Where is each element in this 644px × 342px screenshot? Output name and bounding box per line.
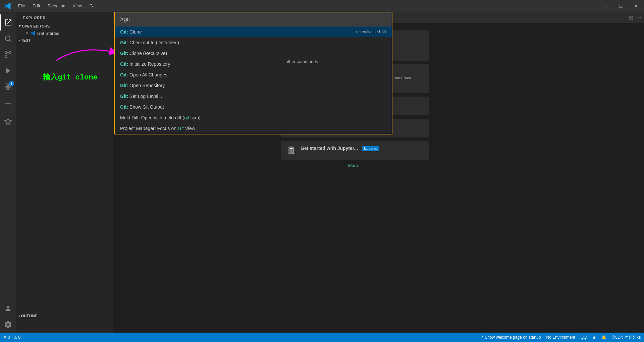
sidebar-item-gitlens[interactable] [0,114,16,130]
git-prefix-output: Git: [120,104,128,110]
close-file-icon[interactable]: ✕ [25,31,29,36]
open-file-item[interactable]: ✕ Get Started [16,30,113,37]
statusbar-errors[interactable]: ✕ 0 ⚠ 0 [3,335,20,340]
command-item-git-clone-recursive[interactable]: Git: Clone (Recursive) [115,48,392,59]
command-item-git-open-all[interactable]: Git: Open All Changes [115,69,392,80]
statusbar-right: ✓ Show welcome page on startup No Enviro… [480,335,641,340]
command-item-project-manager[interactable]: Project Manager: Focus on Git View [115,123,392,134]
sidebar-item-explorer[interactable] [0,14,16,31]
command-item-git-init[interactable]: Git: Initialize Repository [115,59,392,69]
open-editors-arrow: ▾ [19,24,21,28]
open-file-name: Get Started [37,31,59,36]
command-text-output: Show Git Output [129,104,386,110]
statusbar-qq[interactable]: QQ [581,335,587,340]
svg-rect-10 [5,87,8,90]
recently-used-badge: recently used [356,30,380,34]
error-count: 0 [8,335,10,340]
svg-point-3 [9,52,11,54]
sidebar-item-remote[interactable] [0,98,16,114]
command-item-git-open-repo[interactable]: Git: Open Repository [115,80,392,91]
titlebar-controls: ─ □ ✕ [598,0,644,12]
jupyter-icon: 📓 [286,146,296,155]
command-text-meld: Meld Diff: Open with meld diff (git scm) [120,115,386,120]
titlebar: File Edit Selection View G... ─ □ ✕ [0,0,644,12]
svg-point-2 [5,52,7,54]
more-actions-icon[interactable]: ⋯ [636,14,641,21]
statusbar-remote[interactable]: 🖥 [592,335,596,340]
titlebar-menu: File Edit Selection View G... [15,2,100,10]
minimize-button[interactable]: ─ [598,0,613,12]
sidebar-item-account[interactable] [0,300,16,317]
svg-point-17 [7,306,9,308]
git-prefix-open-repo: Git: [120,83,128,88]
svg-point-0 [5,36,10,41]
annotation-text: 输入git clone [43,72,98,82]
svg-rect-8 [5,84,8,87]
statusbar-no-environment[interactable]: No Environment [546,335,575,340]
command-item-git-output[interactable]: Git: Show Git Output [115,102,392,112]
close-button[interactable]: ✕ [629,0,644,12]
svg-marker-16 [5,118,11,125]
command-text-clone: Clone [129,29,356,35]
welcome-more-link[interactable]: More... [281,163,429,168]
svg-point-4 [5,56,7,58]
activity-bar: 1 [0,12,16,333]
error-icon: ✕ [3,335,7,340]
svg-rect-12 [5,103,11,108]
menu-selection[interactable]: Selection [44,2,68,10]
sidebar-item-settings[interactable] [0,317,16,333]
sidebar: EXPLORER ▾ OPEN EDITORS ✕ Get Started › … [16,12,113,333]
vscode-logo-icon [4,2,11,10]
statusbar-left: ✕ 0 ⚠ 0 [3,335,20,340]
command-item-git-checkout[interactable]: Git: Checkout to (Detached)... [115,37,392,48]
command-text-init: Initialize Repository [129,61,386,67]
jupyter-title: Get started with Jupyter... Updated [301,146,379,151]
svg-marker-7 [6,68,10,74]
test-arrow-icon: › [19,38,20,42]
sidebar-item-extensions[interactable]: 1 [0,79,16,95]
svg-line-1 [10,40,12,42]
card-jupyter[interactable]: 📓 Get started with Jupyter... Updated [281,141,429,160]
git-prefix-init: Git: [120,61,128,67]
menu-file[interactable]: File [15,2,29,10]
command-text-log: Set Log Level... [129,94,386,99]
sidebar-item-search[interactable] [0,31,16,47]
outline-arrow-icon: › [19,314,20,318]
command-text-open-all: Open All Changes [129,72,386,77]
open-editors-section[interactable]: ▾ OPEN EDITORS [16,22,113,30]
checkmark-icon: ✓ [480,335,484,340]
statusbar-notifications[interactable]: 🔔 [601,335,606,340]
menu-edit[interactable]: Edit [29,2,43,10]
warning-count: 0 [18,335,20,340]
menu-go[interactable]: G... [86,2,100,10]
split-editor-icon[interactable]: ⊟ [629,14,633,21]
menu-view[interactable]: View [69,2,86,10]
sidebar-title: EXPLORER [16,12,113,22]
command-item-git-log-level[interactable]: Git: Set Log Level... [115,91,392,102]
other-commands-text: other commands [285,59,318,64]
maximize-button[interactable]: □ [613,0,629,12]
command-text-clone-recursive: Clone (Recursive) [129,51,386,56]
statusbar-copyright: ©SDN @姐姐xz [612,335,641,340]
gear-icon[interactable]: ⚙ [382,29,386,35]
sidebar-item-source-control[interactable] [0,47,16,63]
statusbar: ✕ 0 ⚠ 0 ✓ Show welcome page on startup N… [0,333,644,342]
activity-bar-bottom [0,300,16,333]
svg-rect-11 [8,87,11,90]
vscode-file-icon [31,31,36,36]
command-item-meld-diff[interactable]: Meld Diff: Open with meld diff (git scm) [115,112,392,123]
sidebar-item-run-debug[interactable] [0,63,16,79]
extensions-badge: 1 [9,81,14,86]
command-palette: Git: Clone recently used ⚙ other command… [114,12,392,134]
command-text-open-repo: Open Repository [129,83,386,88]
statusbar-show-welcome[interactable]: ✓ Show welcome page on startup [480,335,541,340]
git-prefix-clone-recursive: Git: [120,51,128,56]
show-welcome-label: Show welcome page on startup [485,335,541,340]
git-prefix-checkout: Git: [120,40,128,45]
command-item-git-clone[interactable]: Git: Clone recently used ⚙ other command… [115,26,392,37]
command-palette-input[interactable] [115,12,392,26]
git-prefix-clone: Git: [120,29,128,35]
command-text-pm: Project Manager: Focus on Git View [120,126,386,131]
outline-section[interactable]: › OUTLINE [16,312,113,319]
git-prefix-log: Git: [120,94,128,99]
